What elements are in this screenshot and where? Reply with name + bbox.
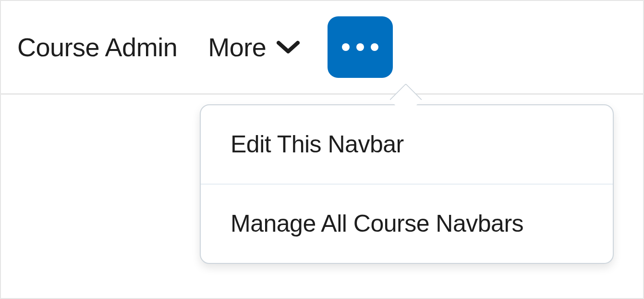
context-menu-dropdown: Edit This Navbar Manage All Course Navba… xyxy=(200,104,614,264)
ellipsis-icon xyxy=(342,43,378,51)
course-navbar: Course Admin More xyxy=(1,1,643,95)
context-menu-panel: Edit This Navbar Manage All Course Navba… xyxy=(200,104,614,264)
menu-item-manage-all-course-navbars[interactable]: Manage All Course Navbars xyxy=(201,184,613,263)
navbar-context-menu-button[interactable] xyxy=(328,16,393,78)
nav-link-more-label: More xyxy=(208,34,266,60)
nav-link-more[interactable]: More xyxy=(208,34,300,60)
nav-link-course-admin[interactable]: Course Admin xyxy=(17,32,177,62)
chevron-down-icon xyxy=(277,40,300,54)
menu-item-edit-this-navbar[interactable]: Edit This Navbar xyxy=(201,105,613,184)
